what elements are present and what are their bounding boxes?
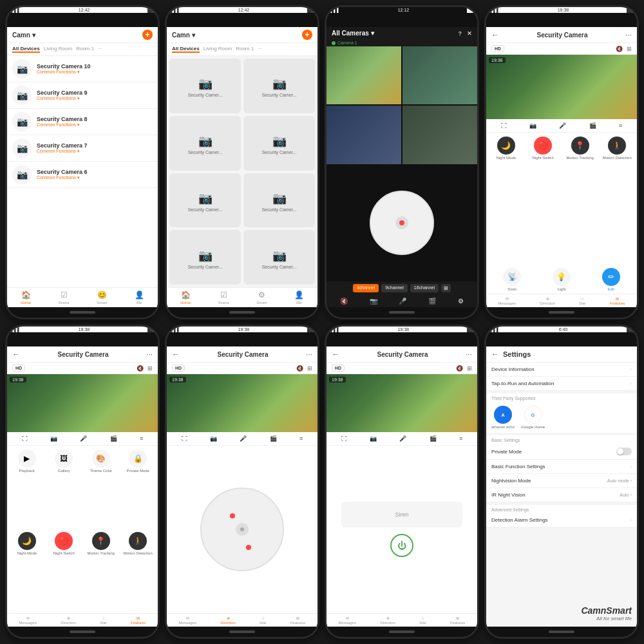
tab-room1-2[interactable]: Room 1 — [236, 46, 254, 53]
channel-16[interactable]: 16channel — [410, 284, 439, 292]
nav-direction-6[interactable]: ⊕ Direction — [220, 616, 236, 625]
cam-tile-3[interactable]: 📷 Security Camer... — [243, 116, 315, 171]
screenshot-icon-3[interactable]: 📷 — [370, 298, 377, 305]
record-icon-6[interactable]: 🎬 — [270, 435, 277, 442]
snapshot-icon-5[interactable]: 📷 — [50, 435, 57, 442]
siren-power-btn[interactable]: ⏻ — [390, 534, 413, 557]
device-sub-1[interactable]: Common Functions ▾ — [37, 96, 88, 101]
mic-icon-4[interactable]: 🎤 — [559, 122, 566, 129]
cam-tile-4[interactable]: 📷 Security Camer... — [169, 173, 241, 228]
settings-automation[interactable]: Tap-to-Run and Automation › — [486, 377, 637, 391]
help-icon-3[interactable]: ? — [459, 30, 462, 37]
grid-icon-3[interactable]: ⊞ — [441, 284, 451, 292]
expand-icon-4[interactable]: ⛶ — [501, 122, 507, 129]
nav-direction-7[interactable]: ⊕ Direction — [380, 616, 395, 625]
fullscreen-icon-6[interactable]: ⊞ — [307, 365, 312, 372]
feature-light[interactable]: 💡 Light — [538, 268, 585, 291]
channel-9[interactable]: 9channel — [381, 284, 407, 292]
volume-icon-7[interactable]: 🔇 — [456, 365, 463, 372]
cam-tile-1[interactable]: 📷 Security Camer... — [243, 59, 315, 113]
fullscreen-icon-7[interactable]: ⊞ — [467, 365, 472, 372]
settings-device-info[interactable]: Device Information › — [486, 363, 637, 377]
nav-site-5[interactable]: ☆ Site — [100, 616, 106, 625]
volume-icon-6[interactable]: 🔇 — [296, 365, 303, 372]
back-button-8[interactable]: ← — [491, 350, 499, 359]
menu-icon-4[interactable]: ≡ — [619, 122, 622, 129]
mic-icon-3[interactable]: 🎤 — [399, 298, 406, 305]
tab-all-devices[interactable]: All Devices — [12, 46, 40, 53]
all-cameras-title[interactable]: All Cameras ▾ — [332, 30, 374, 37]
nav-me-2[interactable]: 👤 Me — [294, 290, 304, 305]
feature-nightmode[interactable]: 🌙 Night Mode — [489, 137, 524, 264]
tab-living-room-2[interactable]: Living Room — [204, 46, 232, 53]
private-mode-toggle[interactable] — [616, 448, 632, 455]
feature-detection[interactable]: 🚶 Motion Detection — [600, 137, 635, 264]
app-name-2[interactable]: Camn ▾ — [172, 32, 195, 39]
nav-home-2[interactable]: 🏠 Home — [180, 290, 191, 305]
fullscreen-icon-5[interactable]: ⊞ — [147, 365, 153, 372]
mute-icon-3[interactable]: 🔇 — [340, 298, 348, 305]
menu-icon-6[interactable]: ≡ — [299, 435, 303, 442]
more-button-5[interactable]: ··· — [146, 350, 153, 359]
channel-4[interactable]: 4channel — [353, 284, 379, 292]
mic-icon-6[interactable]: 🎤 — [240, 435, 247, 442]
feature-tracking-5[interactable]: 📍 Motion Tracking — [84, 532, 118, 609]
nav-messages-7[interactable]: ✉ Messages — [339, 616, 356, 625]
feature-nightswitch[interactable]: 🔴 Night Switch — [526, 137, 561, 264]
feature-tracking[interactable]: 📍 Motion Tracking — [563, 137, 598, 264]
settings-detection-alarm[interactable]: Detection Alarm Settings › — [486, 513, 637, 527]
app-name-1[interactable]: Camn ▾ — [12, 32, 35, 39]
settings-nightvision[interactable]: Nightvision Mode Auto mode › — [486, 474, 637, 488]
back-button-7[interactable]: ← — [332, 350, 339, 359]
nav-home-1[interactable]: 🏠 Home — [21, 290, 31, 305]
nav-me-1[interactable]: 👤 Me — [135, 290, 144, 305]
tab-more[interactable]: ··· — [98, 46, 102, 53]
mic-icon-7[interactable]: 🎤 — [399, 435, 406, 442]
feature-gallery[interactable]: 🖼 Gallery — [47, 450, 82, 527]
fullscreen-icon-4[interactable]: ⊞ — [627, 46, 632, 52]
record-icon-5[interactable]: 🎬 — [110, 435, 117, 442]
expand-icon-7[interactable]: ⛶ — [341, 435, 347, 442]
nav-features-6[interactable]: ⊞ Features — [290, 616, 306, 625]
nav-messages-5[interactable]: ✉ Messages — [19, 616, 37, 625]
nav-features-7[interactable]: ⊞ Features — [450, 616, 466, 625]
device-item-3[interactable]: 📷 Security Camera 7 Common Functions ▾ — [7, 135, 158, 162]
nav-site-4[interactable]: ☆ Site — [579, 296, 585, 305]
feature-edit[interactable]: ✏ Edit — [587, 268, 634, 291]
device-item-2[interactable]: 📷 Security Camera 8 Common Functions ▾ — [7, 109, 158, 135]
record-icon-4[interactable]: 🎬 — [589, 122, 596, 129]
settings-icon-3[interactable]: ⚙ — [458, 298, 464, 305]
menu-icon-5[interactable]: ≡ — [140, 435, 143, 442]
device-item-1[interactable]: 📷 Security Camera 9 Common Functions ▾ — [7, 82, 158, 109]
tab-room1[interactable]: Room 1 — [76, 46, 94, 53]
device-item-0[interactable]: 📷 Security Camera 10 Common Functions ▾ — [7, 56, 158, 82]
feature-private[interactable]: 🔒 Private Mode — [121, 450, 156, 527]
menu-icon-7[interactable]: ≡ — [459, 435, 462, 442]
cam-preview-3[interactable] — [402, 106, 477, 164]
tab-more-2[interactable]: ··· — [258, 46, 262, 53]
back-button-5[interactable]: ← — [12, 350, 20, 359]
device-sub-0[interactable]: Common Functions ▾ — [37, 70, 91, 75]
cam-tile-5[interactable]: 📷 Security Camer... — [243, 173, 315, 228]
volume-icon-5[interactable]: 🔇 — [137, 365, 144, 372]
add-button-1[interactable]: + — [142, 30, 153, 40]
tab-all-devices-2[interactable]: All Devices — [172, 46, 200, 53]
nav-direction-5[interactable]: ⊕ Direction — [61, 616, 76, 625]
snapshot-icon-4[interactable]: 📷 — [529, 122, 536, 129]
nav-scene-1[interactable]: ☑ Scene — [59, 290, 70, 305]
cam-preview-0[interactable] — [327, 46, 401, 104]
snapshot-icon-7[interactable]: 📷 — [370, 435, 377, 442]
snapshot-icon-6[interactable]: 📷 — [210, 435, 217, 442]
tab-living-room[interactable]: Living Room — [44, 46, 72, 53]
cam-preview-2[interactable] — [327, 106, 401, 164]
cam-tile-2[interactable]: 📷 Security Camer... — [169, 116, 241, 171]
nav-features-4[interactable]: ⊞ Features — [610, 296, 625, 305]
more-button-6[interactable]: ··· — [306, 350, 312, 359]
record-icon-3[interactable]: 🎬 — [428, 298, 436, 305]
record-icon-7[interactable]: 🎬 — [430, 435, 437, 442]
nav-scene-2[interactable]: ☑ Scene — [218, 290, 229, 305]
nav-smart-2[interactable]: ⚙ Smart — [256, 290, 267, 305]
feature-nightswitch-5[interactable]: 🔴 Night Switch — [47, 532, 82, 609]
feature-theme[interactable]: 🎨 Theme Color — [84, 450, 118, 527]
nav-direction-4[interactable]: ⊕ Direction — [540, 296, 555, 305]
